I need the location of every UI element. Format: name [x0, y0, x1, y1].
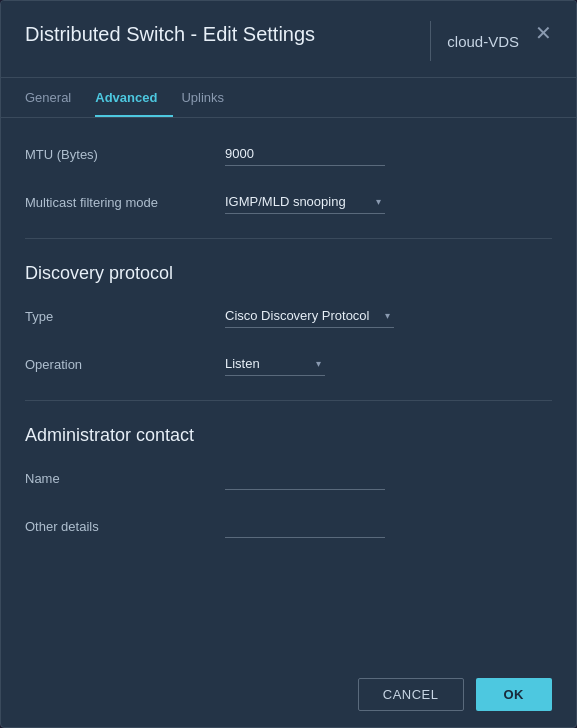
operation-chevron-icon: ▾ — [316, 358, 321, 369]
tab-advanced[interactable]: Advanced — [95, 78, 173, 117]
multicast-label: Multicast filtering mode — [25, 195, 225, 210]
multicast-row: Multicast filtering mode IGMP/MLD snoopi… — [25, 190, 552, 214]
admin-heading: Administrator contact — [25, 425, 552, 446]
name-input[interactable] — [225, 466, 385, 490]
ok-button[interactable]: OK — [476, 678, 553, 711]
multicast-select[interactable]: IGMP/MLD snooping ▾ — [225, 190, 385, 214]
type-value: Cisco Discovery Protocol — [225, 308, 370, 323]
other-input[interactable] — [225, 514, 385, 538]
mtu-row: MTU (Bytes) — [25, 142, 552, 166]
operation-select-wrapper: Listen ▾ — [225, 352, 552, 376]
tab-uplinks[interactable]: Uplinks — [181, 78, 240, 117]
other-input-wrapper — [225, 514, 552, 538]
other-row: Other details — [25, 514, 552, 538]
type-select-wrapper: Cisco Discovery Protocol ▾ — [225, 304, 552, 328]
dialog-title: Distributed Switch - Edit Settings — [25, 21, 414, 47]
type-chevron-icon: ▾ — [385, 310, 390, 321]
multicast-chevron-icon: ▾ — [376, 196, 381, 207]
discovery-heading: Discovery protocol — [25, 263, 552, 284]
type-select[interactable]: Cisco Discovery Protocol ▾ — [225, 304, 394, 328]
mtu-input-wrapper — [225, 142, 552, 166]
mtu-label: MTU (Bytes) — [25, 147, 225, 162]
type-row: Type Cisco Discovery Protocol ▾ — [25, 304, 552, 328]
multicast-select-wrapper: IGMP/MLD snooping ▾ — [225, 190, 552, 214]
close-button[interactable]: ✕ — [519, 23, 552, 43]
tab-general[interactable]: General — [25, 78, 87, 117]
divider-2 — [25, 400, 552, 401]
cancel-button[interactable]: CANCEL — [358, 678, 464, 711]
dialog-content: MTU (Bytes) Multicast filtering mode IGM… — [1, 118, 576, 662]
operation-row: Operation Listen ▾ — [25, 352, 552, 376]
other-label: Other details — [25, 519, 225, 534]
tabs-bar: General Advanced Uplinks — [1, 78, 576, 118]
dialog-container: Distributed Switch - Edit Settings cloud… — [0, 0, 577, 728]
operation-select[interactable]: Listen ▾ — [225, 352, 325, 376]
header-divider — [430, 21, 431, 61]
type-label: Type — [25, 309, 225, 324]
divider-1 — [25, 238, 552, 239]
instance-name: cloud-VDS — [447, 33, 519, 50]
title-block: Distributed Switch - Edit Settings — [25, 21, 414, 47]
multicast-value: IGMP/MLD snooping — [225, 194, 346, 209]
dialog-footer: CANCEL OK — [1, 662, 576, 727]
operation-label: Operation — [25, 357, 225, 372]
operation-value: Listen — [225, 356, 260, 371]
name-label: Name — [25, 471, 225, 486]
mtu-input[interactable] — [225, 142, 385, 166]
dialog-header: Distributed Switch - Edit Settings cloud… — [1, 1, 576, 78]
name-row: Name — [25, 466, 552, 490]
name-input-wrapper — [225, 466, 552, 490]
